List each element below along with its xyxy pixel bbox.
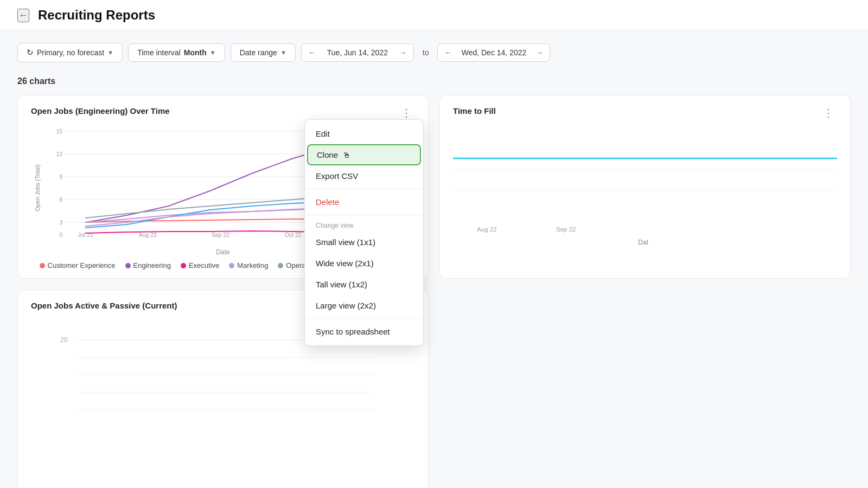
- chart3-title: Open Jobs Active & Passive (Current): [31, 301, 177, 310]
- legend-dot-engineering: [125, 263, 131, 268]
- date-range-label: Date range: [240, 48, 277, 57]
- menu-large-view[interactable]: Large view (2x2): [305, 295, 423, 316]
- legend-dot-executive: [181, 263, 186, 268]
- menu-export-csv[interactable]: Export CSV: [305, 165, 423, 187]
- svg-text:Sep 22: Sep 22: [556, 226, 576, 233]
- forecast-selector[interactable]: ↻ Primary, no forecast ▼: [17, 43, 123, 62]
- legend-executive: Executive: [181, 261, 219, 269]
- svg-text:Jul 22: Jul 22: [78, 232, 93, 238]
- time-interval-selector[interactable]: Time interval Month ▼: [128, 43, 225, 62]
- svg-text:3: 3: [60, 219, 63, 226]
- date-range-chevron-icon: ▼: [280, 49, 286, 56]
- date-from-next-button[interactable]: →: [393, 44, 413, 61]
- forecast-label: Primary, no forecast: [37, 48, 104, 57]
- clone-cursor-icon: 🖱: [342, 150, 350, 159]
- menu-divider-1: [305, 189, 423, 189]
- chart1-y-axis-label: Open Jobs (Total): [31, 126, 44, 251]
- date-from-label: Tue, Jun 14, 2022: [322, 44, 393, 61]
- legend-dot-marketing: [229, 263, 234, 268]
- back-button[interactable]: ←: [17, 9, 29, 22]
- chart1-header: Open Jobs (Engineering) Over Time ⋮: [31, 106, 415, 119]
- svg-text:Aug 22: Aug 22: [477, 226, 496, 233]
- page-title: Recruiting Reports: [38, 8, 155, 23]
- date-to-nav: ← Wed, Dec 14, 2022 →: [437, 43, 550, 62]
- time-interval-chevron-icon: ▼: [210, 49, 216, 56]
- svg-text:Sep 22: Sep 22: [212, 232, 229, 238]
- forecast-icon: ↻: [27, 48, 34, 57]
- menu-clone[interactable]: Clone 🖱: [307, 144, 421, 165]
- svg-text:12: 12: [56, 151, 63, 157]
- svg-text:15: 15: [56, 128, 63, 134]
- date-to-label: Wed, Dec 14, 2022: [458, 44, 529, 61]
- chart2-x-label: Date: [453, 239, 837, 246]
- chart1-menu-button[interactable]: ⋮: [398, 106, 415, 119]
- legend-dot-operations: [278, 263, 283, 268]
- time-interval-value: Month: [184, 48, 207, 57]
- date-from-nav: ← Tue, Jun 14, 2022 →: [301, 43, 414, 62]
- forecast-chevron-icon: ▼: [107, 49, 113, 56]
- date-to-next-button[interactable]: →: [529, 44, 550, 61]
- legend-engineering: Engineering: [125, 261, 171, 269]
- date-from-prev-button[interactable]: ←: [302, 44, 322, 61]
- chart2-menu-button[interactable]: ⋮: [820, 106, 837, 119]
- svg-text:9: 9: [60, 174, 63, 180]
- chart-open-jobs: Open Jobs (Engineering) Over Time ⋮ Open…: [17, 95, 429, 279]
- menu-tall-view[interactable]: Tall view (1x2): [305, 274, 423, 295]
- menu-edit[interactable]: Edit: [305, 123, 423, 144]
- chart2-header: Time to Fill ⋮: [453, 106, 837, 119]
- toolbar: ↻ Primary, no forecast ▼ Time interval M…: [0, 31, 868, 71]
- charts-count: 26 charts: [0, 71, 868, 95]
- date-range-selector[interactable]: Date range ▼: [231, 43, 296, 62]
- svg-text:Oct 22: Oct 22: [285, 232, 302, 238]
- charts-grid: Open Jobs (Engineering) Over Time ⋮ Open…: [0, 95, 868, 488]
- date-to-separator: to: [419, 48, 432, 57]
- menu-divider-3: [305, 318, 423, 319]
- legend-marketing: Marketing: [229, 261, 268, 269]
- menu-small-view[interactable]: Small view (1x1): [305, 232, 423, 253]
- date-to-prev-button[interactable]: ←: [438, 44, 458, 61]
- menu-change-view-label: Change view: [305, 217, 423, 232]
- svg-text:20: 20: [60, 336, 68, 344]
- top-bar: ← Recruiting Reports: [0, 0, 868, 31]
- menu-wide-view[interactable]: Wide view (2x1): [305, 253, 423, 274]
- chart2-svg: Aug 22 Sep 22: [453, 126, 837, 234]
- chart1-title: Open Jobs (Engineering) Over Time: [31, 106, 170, 115]
- context-menu: Edit Clone 🖱 Export CSV Delete Change vi…: [304, 119, 424, 346]
- legend-dot-customer-experience: [40, 263, 45, 268]
- svg-text:0: 0: [60, 232, 63, 238]
- svg-text:6: 6: [60, 196, 63, 203]
- legend-customer-experience: Customer Experience: [40, 261, 116, 269]
- menu-divider-2: [305, 215, 423, 215]
- chart-time-to-fill: Time to Fill ⋮ Aug 22 Sep 22 Date: [439, 95, 851, 279]
- menu-sync-spreadsheet[interactable]: Sync to spreadsheet: [305, 321, 423, 342]
- menu-delete[interactable]: Delete: [305, 191, 423, 213]
- chart2-title: Time to Fill: [453, 106, 496, 115]
- time-interval-prefix: Time interval: [137, 48, 181, 57]
